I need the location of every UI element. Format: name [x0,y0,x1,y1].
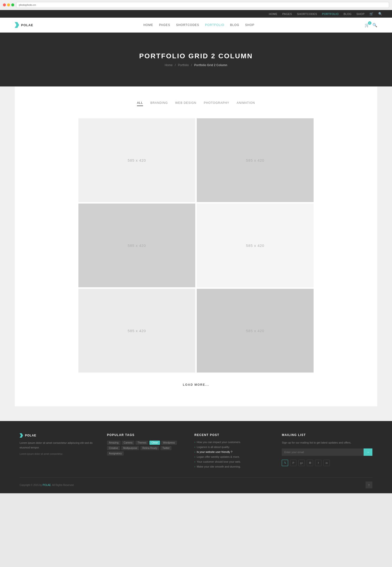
twitter-icon[interactable]: 𝕏 [282,460,288,466]
recent-post-item[interactable]: › Logan offer weekly updates & more. [195,455,272,458]
search-icon[interactable]: 🔍 [372,23,377,28]
top-nav-pages[interactable]: PAGES [282,13,292,15]
breadcrumb-home[interactable]: Home [165,63,172,67]
copyright-link[interactable]: POLAE [43,484,51,486]
page-title: PORTFOLIO GRID 2 COLUMN [0,52,392,60]
facebook-icon[interactable]: f [315,460,322,466]
placeholder-size: 585 x 420 [128,158,146,162]
logo[interactable]: POLAE [15,22,33,28]
nav-portfolio[interactable]: PORTFOLIO [205,23,224,27]
portfolio-item[interactable]: 585 x 420 [78,204,195,287]
back-to-top-button[interactable]: ↑ [365,482,372,488]
post-text: Is your website user friendly ? [197,450,233,453]
portfolio-item[interactable]: 585 x 420 [197,118,314,202]
breadcrumb-sep1: / [175,63,177,67]
post-text: Make your site smooth and stunning. [197,465,241,468]
linkedin-icon[interactable]: in [323,460,330,466]
footer-bottom: Copyright © 2015 by POLAE. All Rights Re… [20,477,372,488]
nav-pages[interactable]: PAGES [159,23,170,27]
main-navigation: POLAE HOME PAGES SHORTCODES PORTFOLIO BL… [0,18,392,33]
hero-section: PORTFOLIO GRID 2 COLUMN Home / Portfolio… [0,33,392,86]
tag-multipurpose[interactable]: Multipurpose [121,446,139,450]
tag-clean[interactable]: Clean [149,441,160,445]
filter-webdesign[interactable]: WEB DESIGN [175,101,196,106]
footer-grid: POLAE Lorem ipsum dolor sit amet consect… [20,433,372,477]
filter-branding[interactable]: BRANDING [150,101,168,106]
tag-assignatory[interactable]: Assignatory [107,451,124,456]
pinterest-icon[interactable]: P [290,460,296,466]
nav-home[interactable]: HOME [143,23,153,27]
tag-themes[interactable]: Themes [136,441,148,445]
recent-post-item[interactable]: › Logance is all about quality. [195,445,272,448]
placeholder-size: 585 x 420 [128,243,146,248]
arrow-icon: › [195,456,195,458]
footer-logo[interactable]: POLAE [20,433,97,438]
nav-blog[interactable]: BLOG [230,23,239,27]
recent-post-item[interactable]: › How you can impact your customers. [195,441,272,443]
top-cart-icon[interactable]: 🛒 [369,12,373,16]
footer-about-subtext: Lorem ipsum dolor sit amet consectetur. [20,452,97,456]
cart-button[interactable]: 🛒 1 [364,23,369,28]
top-nav-portfolio[interactable]: PORTFOLIO [322,13,339,15]
filter-tabs: ALL BRANDING WEB DESIGN PHOTOGRAPHY ANIM… [29,96,363,113]
portfolio-item[interactable]: 585 x 420 [78,289,195,373]
portfolio-grid: 585 x 420 585 x 420 585 x 420 585 x 420 [78,118,314,373]
recent-post-item-highlighted[interactable]: › Is your website user friendly ? [195,450,272,453]
post-text: Logance is all about quality. [197,445,230,448]
arrow-icon: › [195,465,195,468]
placeholder-size: 585 x 420 [246,158,264,162]
tag-creative[interactable]: Creative [107,446,120,450]
tag-camera[interactable]: Camera [122,441,135,445]
close-dot[interactable] [3,3,6,6]
load-more-button[interactable]: LOAD MORE... [183,383,209,387]
portfolio-item[interactable]: 585 x 420 [197,204,314,287]
filter-all[interactable]: ALL [137,101,143,106]
tag-wordpress[interactable]: Wordpress [161,441,177,445]
filter-animation[interactable]: ANIMATION [237,101,255,106]
breadcrumb-portfolio[interactable]: Portfolio [178,63,189,67]
tag-amazing[interactable]: Amazing [107,441,121,445]
url-text: photophoto.cn [19,3,36,6]
footer-tags-col: POPULAR TAGS Amazing Camera Themes Clean… [107,433,185,470]
email-input[interactable] [282,448,364,456]
page-wrapper: POLAE HOME PAGES SHORTCODES PORTFOLIO BL… [0,18,392,493]
rss-icon[interactable]: ⊞ [307,460,313,466]
mailing-list-title: MAILING LIST [282,433,372,437]
url-bar[interactable]: photophoto.cn [16,2,389,8]
placeholder-size: 585 x 420 [128,329,146,333]
portfolio-item[interactable]: 585 x 420 [78,118,195,202]
placeholder-size: 585 x 420 [246,329,264,333]
logo-text: POLAE [21,23,33,27]
post-text: Your customer should love your web. [197,460,241,463]
nav-shortcodes[interactable]: SHORTCODES [176,23,199,27]
top-nav-shop[interactable]: SHOP [356,13,364,15]
browser-dots [3,3,14,6]
filter-photography[interactable]: PHOTOGRAPHY [204,101,229,106]
google-plus-icon[interactable]: g+ [298,460,305,466]
browser-chrome: photophoto.cn [0,0,392,10]
footer-mailing-col: MAILING LIST Sign up for our mailing lis… [282,433,372,470]
minimize-dot[interactable] [7,3,10,6]
top-nav-bar: HOME PAGES SHORTCODES PORTFOLIO BLOG SHO… [0,10,392,18]
email-submit-button[interactable]: → [364,448,372,456]
nav-shop[interactable]: SHOP [245,23,254,27]
placeholder-size: 585 x 420 [246,243,264,248]
footer-about-col: POLAE Lorem ipsum dolor sit amet consect… [20,433,97,470]
cart-badge: 1 [368,21,371,25]
top-search-icon[interactable]: 🔍 [378,12,382,16]
portfolio-item[interactable]: 585 x 420 [197,289,314,373]
tag-twitter[interactable]: Twitter [160,446,171,450]
maximize-dot[interactable] [11,3,14,6]
footer: POLAE Lorem ipsum dolor sit amet consect… [0,421,392,493]
recent-post-item[interactable]: › Make your site smooth and stunning. [195,465,272,468]
footer-logo-icon [20,433,23,438]
recent-post-item[interactable]: › Your customer should love your web. [195,460,272,463]
tag-retina[interactable]: Retina Ready [140,446,159,450]
social-icons: 𝕏 P g+ ⊞ f in [282,460,372,466]
tags-grid: Amazing Camera Themes Clean Wordpress Cr… [107,441,185,456]
top-nav-blog[interactable]: BLOG [343,13,351,15]
load-more-section: LOAD MORE... [29,373,363,392]
arrow-icon: › [195,446,195,448]
top-nav-shortcodes[interactable]: SHORTCODES [297,13,317,15]
top-nav-home[interactable]: HOME [269,13,277,15]
